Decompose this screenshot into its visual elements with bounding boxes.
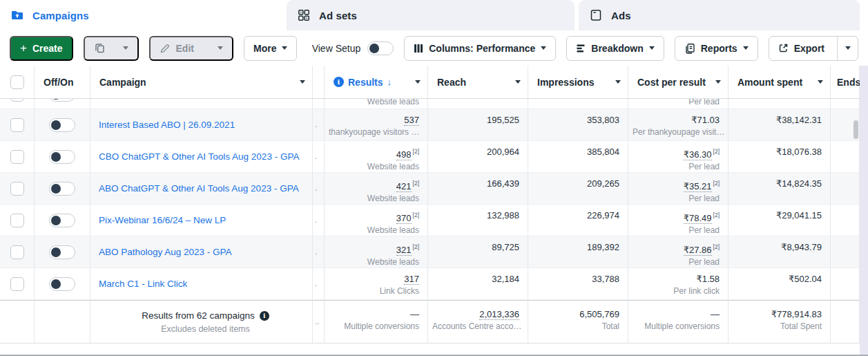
table-row[interactable]: Interest Based ABO | 26.09.2021 . 537tha… [0,109,860,141]
export-button-label: Export [794,43,824,54]
amount-spent-header[interactable]: Amount spent [729,77,830,88]
results-value[interactable]: 537 [404,115,419,126]
table-row[interactable]: Pix-Webinar 16/6/24 – New LP . 370[2]Web… [0,205,860,236]
select-all-checkbox[interactable] [10,75,24,89]
results-type-label: Website leads [329,99,419,108]
tab-adsets[interactable]: Ad sets [287,0,575,30]
row-checkbox[interactable] [10,277,24,291]
toggle-knob [369,44,379,53]
cost-value: ₹71.03 [691,115,720,125]
campaign-name-link[interactable]: March C1 - Link Click [99,279,187,289]
edit-button[interactable]: Edit [149,36,233,61]
campaign-toggle[interactable] [49,245,75,259]
results-type-label: thankyoupage visitors … [329,127,419,138]
row-checkbox[interactable] [10,182,24,196]
totals-note: Excludes deleted items [161,323,250,335]
reach-header-caret-icon[interactable] [515,80,521,84]
results-header[interactable]: Results↓ [325,77,427,88]
results-value[interactable]: 498 [396,149,412,160]
truncated-col-marker: . [315,214,317,224]
edit-caret-icon[interactable] [218,46,223,50]
impressions-header-caret-icon[interactable] [615,80,621,84]
ends-header[interactable]: Ends [831,77,859,88]
campaign-toggle[interactable] [49,99,75,102]
tab-adsets-label: Ad sets [319,10,357,21]
more-caret-icon [282,46,287,50]
campaign-toggle[interactable] [49,214,75,227]
spent-header-caret-icon[interactable] [818,80,823,84]
row-checkbox[interactable] [10,214,24,227]
cost-type-label: Per link click [633,285,720,297]
results-value[interactable]: 421 [396,181,412,192]
tab-campaigns[interactable]: Campaigns [0,0,283,30]
cost-value[interactable]: ₹36.30 [684,149,712,160]
create-button[interactable]: Create [10,36,73,61]
breakdown-button[interactable]: Breakdown [566,36,664,61]
cost-value[interactable]: ₹27.86 [684,245,712,256]
impressions-total: 6,505,769 [532,308,619,321]
columns-icon [414,44,423,53]
reach-value: 200,964 [432,145,519,158]
reports-button[interactable]: Reports [675,36,758,61]
row-checkbox[interactable] [10,245,24,259]
table-row[interactable]: ABO Pathology Aug 2023 - GPA . 321[2]Web… [0,236,860,268]
reports-caret-icon [743,46,749,50]
export-caret-icon [845,46,851,50]
results-header-caret-icon[interactable] [415,80,421,84]
reports-button-label: Reports [701,43,737,54]
more-button-label: More [253,43,276,54]
campaign-header-caret-icon[interactable] [300,80,305,84]
campaign-toggle[interactable] [49,118,75,132]
campaign-name-link[interactable]: Interest Based ABO | 26.09.2021 [99,120,235,130]
results-value[interactable]: 370 [396,213,412,224]
info-icon[interactable] [260,311,269,321]
cost-value[interactable]: ₹78.49 [684,213,712,224]
spent-value: ₹502.04 [733,272,822,285]
campaign-name-link[interactable]: ABO ChatGPT & Other AI Tools Aug 2023 - … [99,183,299,194]
reach-total[interactable]: 2,013,336 [479,309,519,320]
campaign-name-link[interactable]: ABO Pathology Aug 2023 - GPA [99,247,232,257]
row-checkbox[interactable] [10,150,24,164]
export-options-caret-button[interactable] [837,37,858,60]
columns-button[interactable]: Columns: Performance [404,36,556,61]
table-row[interactable]: March C1 - Link Click . 317Link Clicks 3… [0,268,860,300]
impressions-header[interactable]: Impressions [528,77,628,88]
cost-type-label: Per lead [633,256,720,268]
spent-value: ₹14,824.35 [733,177,822,190]
view-setup-toggle[interactable] [367,41,394,55]
export-button[interactable]: Export [769,36,858,61]
table-row[interactable]: ABO ChatGPT & Other AI Tools Aug 2023 - … [0,173,860,205]
cost-value[interactable]: ₹35.21 [684,181,712,192]
truncated-col-marker: . [315,278,317,288]
level-tabbar: Campaigns Ad sets Ads [0,0,868,30]
results-value[interactable]: 321 [396,245,412,256]
campaign-name-link[interactable]: CBO ChatGPT & Other AI Tools Aug 2023 - … [99,151,299,162]
more-button[interactable]: More [244,36,297,61]
table-row[interactable]: CBO ChatGPT & Other AI Tools Aug 2023 - … [0,141,860,173]
adsets-grid-icon [297,8,311,22]
reach-value: 166,439 [432,177,519,190]
campaign-header[interactable]: Campaign [90,77,312,88]
pencil-icon [160,43,171,54]
tab-ads[interactable]: Ads [579,0,860,30]
campaign-toggle[interactable] [49,182,75,196]
results-value[interactable]: 317 [404,274,419,285]
campaign-name-link[interactable]: Pix-Webinar 16/6/24 – New LP [99,215,226,225]
campaign-toggle[interactable] [49,277,75,291]
row-checkbox[interactable] [10,118,24,132]
vertical-scrollbar-thumb[interactable] [853,120,858,139]
info-icon[interactable] [334,77,344,87]
reach-header[interactable]: Reach [428,77,528,88]
duplicate-button[interactable] [84,36,139,61]
row-checkbox[interactable] [10,99,24,102]
cost-type-label: Per lead [633,225,720,236]
cost-per-result-header[interactable]: Cost per result [628,77,728,88]
cost-type-label: Per thankyoupage visit… [633,127,720,138]
results-type-label: Website leads [329,193,419,204]
duplicate-caret-icon[interactable] [123,46,128,50]
cost-header-caret-icon[interactable] [715,80,721,84]
table-row-partial[interactable]: Website leads Per lead [0,99,860,109]
cost-type-label: Per lead [633,99,720,108]
campaign-toggle[interactable] [49,150,75,164]
sort-descending-icon: ↓ [387,77,392,87]
